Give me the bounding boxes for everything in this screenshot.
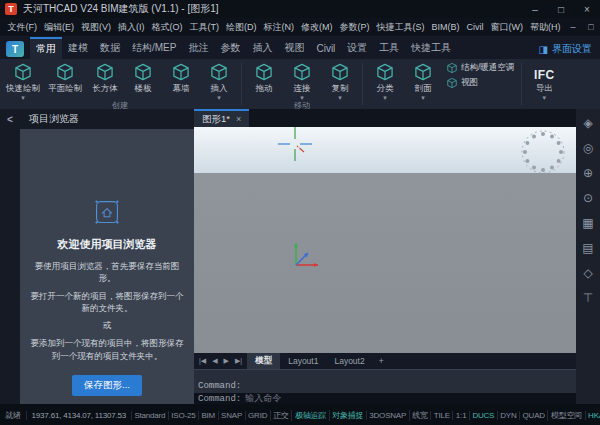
ribbon-tab[interactable]: 结构/MEP: [126, 37, 182, 59]
status-toggle[interactable]: 极轴追踪: [291, 410, 328, 421]
status-toggle[interactable]: 1:1: [452, 411, 469, 420]
menu-item[interactable]: 帮助(H): [527, 18, 565, 36]
home-icon: [81, 197, 133, 227]
structure-hvac-button[interactable]: 结构/暖通空调: [444, 62, 516, 74]
view-button[interactable]: 视图: [444, 77, 516, 89]
drawing-canvas[interactable]: [194, 127, 576, 353]
side-tool-icon[interactable]: ▤: [582, 242, 593, 254]
command-history: Command:: [194, 369, 576, 393]
ribbon-tab[interactable]: 快捷工具: [405, 37, 457, 59]
section-button[interactable]: 剖面 ▾: [404, 59, 442, 101]
panel-collapse-button[interactable]: <: [7, 114, 13, 125]
status-toggle[interactable]: 正交: [270, 410, 292, 421]
status-coordinates: 1937.61, 4134.07, 11307.53: [26, 411, 131, 420]
ribbon-tab[interactable]: 参数: [214, 37, 246, 59]
slab-button[interactable]: 楼板: [124, 59, 162, 95]
side-tool-icon[interactable]: ◎: [583, 142, 593, 154]
plan-draw-button[interactable]: 平面绘制: [44, 59, 86, 95]
ribbon-tab[interactable]: 插入: [246, 37, 278, 59]
app-logo-icon[interactable]: T: [6, 41, 24, 57]
ribbon-tab[interactable]: 批注: [182, 37, 214, 59]
status-toggle[interactable]: BIM: [198, 411, 218, 420]
status-toggle[interactable]: TILE: [430, 411, 452, 420]
save-drawing-button[interactable]: 保存图形...: [72, 375, 142, 396]
menu-item[interactable]: 编辑(E): [41, 18, 78, 36]
ifc-export-button[interactable]: IFC 导出 ▾: [525, 59, 563, 101]
status-toggle[interactable]: DYN: [497, 411, 519, 420]
menu-item[interactable]: BIM(B): [428, 18, 463, 36]
status-toggle[interactable]: 3DOSNAP: [366, 411, 409, 420]
status-toggle[interactable]: ISO-25: [168, 411, 198, 420]
menu-item[interactable]: 工具(T): [186, 18, 223, 36]
insert-button[interactable]: 插入 ▾: [200, 59, 238, 101]
ribbon-tab[interactable]: 常用: [30, 37, 62, 59]
view-icon: [446, 77, 458, 89]
menu-item[interactable]: 绘图(D): [223, 18, 261, 36]
menu-item[interactable]: 参数(P): [336, 18, 373, 36]
command-input-row: Command:: [194, 393, 576, 404]
connect-icon: [292, 62, 312, 82]
layout-nav-button[interactable]: ▶: [221, 357, 232, 365]
box-button[interactable]: 长方体: [86, 59, 124, 95]
layout-tab[interactable]: Layout1: [280, 353, 326, 369]
menu-item[interactable]: 格式(O): [148, 18, 186, 36]
side-tool-icon[interactable]: ⊕: [583, 167, 593, 179]
menu-item[interactable]: 文件(F): [4, 18, 41, 36]
ribbon-tab[interactable]: 视图: [278, 37, 310, 59]
menu-item[interactable]: 视图(V): [78, 18, 115, 36]
ribbon-tab[interactable]: 数据: [94, 37, 126, 59]
layout-tab[interactable]: Layout2: [326, 353, 372, 369]
status-toggle[interactable]: Standard: [131, 411, 168, 420]
status-toggle[interactable]: QUAD: [519, 411, 547, 420]
side-tool-icon[interactable]: ⊤: [583, 292, 593, 304]
doc-minimize-button[interactable]: –: [564, 18, 582, 36]
side-tool-icon[interactable]: ▦: [582, 217, 593, 229]
quick-draw-button[interactable]: 快速绘制 ▾: [2, 59, 44, 101]
copy-button[interactable]: 复制 ▾: [321, 59, 359, 101]
right-tool-strip: ◈◎⊕⊙▦▤◇⊤: [576, 109, 600, 404]
curtain-wall-button[interactable]: 幕墙: [162, 59, 200, 95]
view-compass-icon[interactable]: [520, 129, 566, 175]
ribbon-tab[interactable]: Civil: [310, 37, 341, 59]
connect-button[interactable]: 连接 ▾: [283, 59, 321, 101]
tab-close-icon[interactable]: ×: [236, 114, 241, 124]
side-tool-icon[interactable]: ◈: [583, 117, 592, 129]
status-toggle[interactable]: DUCS: [469, 411, 497, 420]
menu-item[interactable]: 插入(I): [115, 18, 149, 36]
side-tool-icon[interactable]: ◇: [583, 267, 592, 279]
ribbon-tab[interactable]: 设置: [341, 37, 373, 59]
document-tab[interactable]: 图形1* ×: [194, 109, 249, 127]
status-toggle[interactable]: GRID: [245, 411, 270, 420]
layout-nav-button[interactable]: ◀: [209, 357, 220, 365]
ribbon-tab[interactable]: 建模: [62, 37, 94, 59]
status-toggle[interactable]: 模型空间: [547, 410, 584, 421]
menu-item[interactable]: 快捷工具(S): [373, 18, 428, 36]
layout-tab[interactable]: 模型: [247, 353, 280, 369]
drag-icon: [254, 62, 274, 82]
minimize-button[interactable]: –: [522, 0, 548, 18]
status-toggle[interactable]: SNAP: [218, 411, 245, 420]
menubar: 文件(F)编辑(E)视图(V)插入(I)格式(O)工具(T)绘图(D)标注(N)…: [0, 18, 600, 37]
menu-item[interactable]: 窗口(W): [487, 18, 527, 36]
maximize-button[interactable]: □: [548, 0, 574, 18]
drag-button[interactable]: 拖动: [245, 59, 283, 95]
layout-nav-button[interactable]: ▶|: [232, 357, 245, 365]
add-layout-button[interactable]: +: [373, 353, 390, 369]
side-tool-icon[interactable]: ⊙: [583, 192, 593, 204]
close-button[interactable]: ×: [574, 0, 600, 18]
menu-item[interactable]: Civil: [463, 18, 487, 36]
doc-restore-button[interactable]: □: [582, 18, 600, 36]
status-toggle[interactable]: HKA: [585, 411, 600, 420]
status-toggle[interactable]: 对象捕捉: [329, 410, 366, 421]
menu-item[interactable]: 标注(N): [260, 18, 298, 36]
ribbon-tab[interactable]: 工具: [373, 37, 405, 59]
interface-settings-button[interactable]: ◨ 界面设置: [539, 42, 592, 59]
curtain-wall-icon: [171, 62, 191, 82]
command-input[interactable]: [245, 394, 572, 404]
classify-button[interactable]: 分类 ▾: [366, 59, 404, 101]
status-toggle[interactable]: 线宽: [409, 410, 431, 421]
welcome-line-1: 要使用项目浏览器，首先要保存当前图形。: [30, 260, 184, 285]
layout-nav-button[interactable]: |◀: [196, 357, 209, 365]
menu-item[interactable]: 修改(M): [298, 18, 337, 36]
layout-tab-bar: |◀◀▶▶| 模型Layout1Layout2 +: [194, 353, 576, 369]
